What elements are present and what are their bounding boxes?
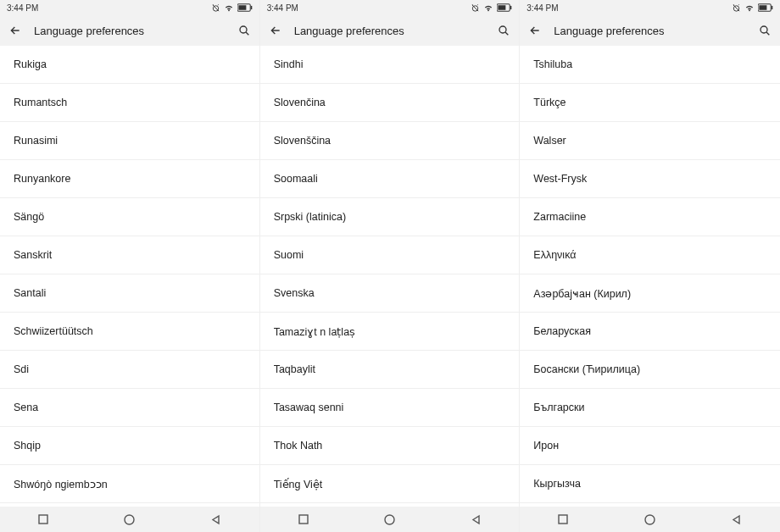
list-item[interactable]: Walser	[520, 122, 780, 160]
nav-back-button[interactable]	[464, 511, 488, 528]
list-item[interactable]: West-Frysk	[520, 160, 780, 198]
list-item[interactable]: Босански (Ћирилица)	[520, 351, 780, 389]
language-label: Thok Nath	[274, 440, 323, 452]
list-item[interactable]: Slovenščina	[260, 122, 520, 160]
list-item[interactable]: Sanskrit	[0, 236, 259, 274]
back-button[interactable]	[5, 20, 25, 41]
app-bar: Language preferences	[520, 15, 780, 46]
nav-back-button[interactable]	[725, 511, 749, 528]
list-item[interactable]: Азәрбајҹан (Кирил)	[520, 274, 780, 313]
list-item[interactable]: Беларуская	[520, 313, 780, 351]
list-item[interactable]: Български	[520, 389, 780, 427]
list-item[interactable]: Tasawaq senni	[260, 389, 520, 427]
circle-icon	[384, 514, 395, 525]
nav-home-button[interactable]	[638, 511, 662, 528]
language-label: Svenska	[274, 287, 315, 299]
svg-rect-19	[559, 515, 567, 524]
language-label: Shwóŋò ngiembɔɔn	[14, 478, 108, 490]
search-icon	[758, 24, 772, 37]
language-label: Tshiluba	[533, 58, 572, 70]
battery-icon	[497, 3, 512, 12]
list-item[interactable]: Runasimi	[0, 122, 259, 160]
language-label: Slovenčina	[274, 97, 326, 108]
back-button[interactable]	[525, 20, 545, 41]
list-item[interactable]: Runyankore	[0, 160, 259, 198]
svg-point-18	[760, 26, 767, 33]
svg-point-20	[645, 515, 655, 524]
search-button[interactable]	[234, 20, 254, 41]
list-item[interactable]: Sängö	[0, 198, 259, 236]
svg-rect-9	[499, 5, 506, 10]
language-label: Suomi	[274, 249, 304, 261]
back-button[interactable]	[265, 20, 286, 41]
list-item[interactable]: Sdi	[0, 351, 259, 389]
status-bar: 3:44 PM	[520, 0, 780, 15]
list-item[interactable]: Slovenčina	[260, 84, 520, 122]
list-item[interactable]: Thok Nath	[260, 427, 520, 465]
language-list[interactable]: TshilubaTürkçeWalserWest-FryskZarmaciine…	[520, 46, 780, 507]
list-item[interactable]: Svenska	[260, 274, 520, 313]
square-icon	[38, 514, 48, 524]
nav-back-button[interactable]	[204, 511, 228, 528]
status-time: 3:44 PM	[7, 3, 38, 13]
language-label: Runyankore	[14, 173, 70, 185]
search-icon	[237, 24, 251, 37]
svg-rect-12	[299, 515, 308, 524]
status-bar: 3:44 PM	[0, 0, 259, 15]
language-label: Sängö	[14, 211, 44, 223]
list-item[interactable]: Sindhi	[260, 46, 520, 84]
nav-recent-button[interactable]	[292, 511, 315, 528]
svg-rect-3	[251, 6, 252, 9]
list-item[interactable]: Schwiizertüütsch	[0, 313, 259, 351]
language-label: Runasimi	[14, 135, 58, 147]
nav-home-button[interactable]	[118, 511, 142, 528]
nav-home-button[interactable]	[377, 511, 401, 528]
language-label: Shqip	[14, 440, 41, 452]
svg-point-6	[125, 515, 134, 524]
language-label: Sena	[14, 402, 38, 413]
list-item[interactable]: Tshiluba	[520, 46, 780, 84]
list-item[interactable]: Tiếng Việt	[260, 465, 520, 503]
battery-icon	[237, 3, 253, 12]
status-icons	[211, 3, 253, 13]
language-list[interactable]: SindhiSlovenčinaSlovenščinaSoomaaliSrpsk…	[260, 46, 520, 507]
list-item[interactable]: Ελληνικά	[520, 236, 780, 274]
search-button[interactable]	[755, 20, 775, 41]
language-label: Кыргызча	[533, 478, 581, 490]
language-label: Schwiizertüütsch	[14, 325, 93, 337]
language-label: Азәрбајҹан (Кирил)	[533, 287, 631, 300]
list-item[interactable]: Ирон	[520, 427, 780, 465]
list-item[interactable]: Shqip	[0, 427, 259, 465]
language-label: Sanskrit	[14, 249, 52, 261]
list-item[interactable]: Rumantsch	[0, 84, 259, 122]
language-label: Ελληνικά	[533, 249, 576, 261]
search-button[interactable]	[493, 20, 514, 41]
list-item[interactable]: Taqbaylit	[260, 351, 520, 389]
list-item[interactable]: Shwóŋò ngiembɔɔn	[0, 465, 259, 503]
nav-bar	[0, 507, 259, 532]
nav-recent-button[interactable]	[551, 511, 575, 528]
phone-screen: 3:44 PM Language preferences SindhiSlove…	[260, 0, 521, 532]
wifi-icon	[744, 3, 755, 13]
nav-recent-button[interactable]	[31, 511, 55, 528]
back-icon	[269, 24, 282, 37]
language-label: Tiếng Việt	[274, 478, 323, 490]
list-item[interactable]: Rukiga	[0, 46, 259, 84]
language-label: Sindhi	[274, 58, 304, 70]
list-item[interactable]: Sena	[0, 389, 259, 427]
list-item[interactable]: Santali	[0, 274, 259, 313]
list-item[interactable]: Zarmaciine	[520, 198, 780, 236]
list-item[interactable]: Soomaali	[260, 160, 520, 198]
language-label: Sdi	[14, 363, 29, 375]
list-item[interactable]: Srpski (latinica)	[260, 198, 520, 236]
triangle-icon	[731, 514, 742, 525]
svg-rect-10	[510, 6, 511, 9]
language-label: Türkçe	[533, 97, 566, 108]
language-label: Tasawaq senni	[274, 402, 344, 413]
language-list[interactable]: RukigaRumantschRunasimiRunyankoreSängöSa…	[0, 46, 259, 507]
list-item[interactable]: Кыргызча	[520, 465, 780, 503]
list-item[interactable]: Tamaziɣt n laṭlaṣ	[260, 313, 520, 351]
svg-rect-2	[238, 5, 246, 10]
list-item[interactable]: Suomi	[260, 236, 520, 274]
list-item[interactable]: Türkçe	[520, 84, 780, 122]
